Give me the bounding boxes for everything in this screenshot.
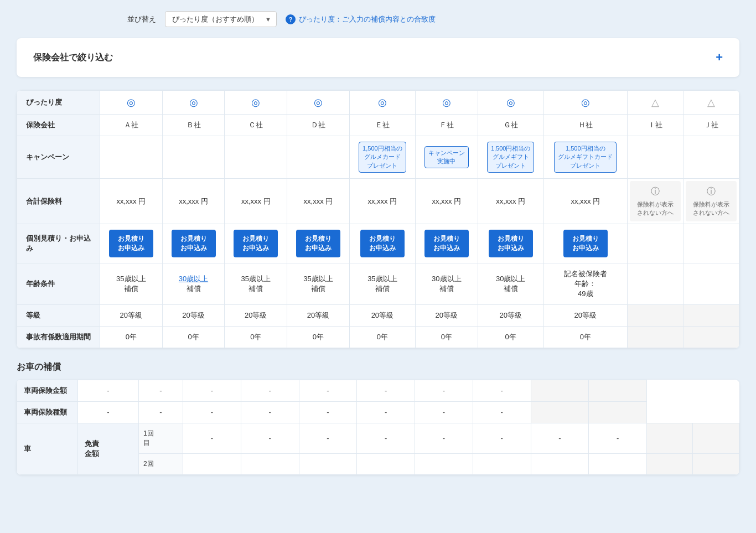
company-name-b: Ｂ社	[162, 115, 225, 136]
estimate-btn-c[interactable]: お見積り お申込み	[234, 230, 278, 257]
estimate-btn-h[interactable]: お見積り お申込み	[563, 230, 608, 257]
car-cell-9	[589, 380, 647, 401]
age-d: 35歳以上 補償	[287, 263, 350, 304]
estimate-btn-d[interactable]: お見積り お申込み	[296, 230, 340, 257]
filter-plus-button[interactable]: +	[716, 50, 723, 65]
premium-g: xx,xxx 円	[478, 179, 543, 224]
campaign-h: 1,500円相当の グルメギフトカード プレゼント	[543, 136, 627, 179]
deductible-2-cell-5	[473, 453, 531, 474]
premium-unavailable-j: ⓘ保険料が表示 されない方へ	[686, 181, 737, 221]
car-cell-4: -	[299, 380, 357, 401]
company-name-c: Ｃ社	[225, 115, 287, 136]
premium-h: xx,xxx 円	[543, 179, 627, 224]
estimate-btn-f[interactable]: お見積り お申込み	[424, 230, 469, 257]
premium-a: xx,xxx 円	[100, 179, 163, 224]
premium-j: ⓘ保険料が表示 されない方へ	[683, 179, 739, 224]
estimate-cell-b: お見積り お申込み	[162, 224, 225, 263]
age-j	[683, 263, 739, 304]
deductible-1-cell-7: -	[589, 423, 647, 453]
pittari-score-i: △	[627, 91, 683, 115]
company-name-g: Ｇ社	[478, 115, 543, 136]
accident-b: 0年	[162, 326, 225, 348]
pittari-row: ぴったり度◎◎◎◎◎◎◎◎△△	[17, 91, 739, 115]
deductible-1-cell-2: -	[299, 423, 357, 453]
deductible-2-cell-8	[647, 453, 693, 474]
campaign-a	[100, 136, 163, 179]
deductible-1-cell-5: -	[473, 423, 531, 453]
car-cell-8	[531, 401, 589, 423]
premium-header: 合計保険料	[17, 179, 100, 224]
car-cell-6: -	[415, 380, 473, 401]
pittari-hint: ? ぴったり度：ご入力の補償内容との合致度	[286, 14, 436, 24]
campaign-badge-f: キャンペーン 実施中	[424, 146, 469, 169]
accident-c: 0年	[225, 326, 287, 348]
premium-row: 合計保険料xx,xxx 円xx,xxx 円xx,xxx 円xx,xxx 円xx,…	[17, 179, 739, 224]
premium-i: ⓘ保険料が表示 されない方へ	[627, 179, 683, 224]
campaign-j	[683, 136, 739, 179]
car-cell-3: -	[241, 401, 299, 423]
deductible-1-cell-0: -	[183, 423, 241, 453]
car-row-label: 車両保険金額	[17, 380, 78, 401]
deductible-2-cell-7	[589, 453, 647, 474]
campaign-badge-e: 1,500円相当の グルメカード プレゼント	[359, 142, 406, 173]
comparison-table: ぴったり度◎◎◎◎◎◎◎◎△△保険会社Ａ社Ｂ社Ｃ社Ｄ社Ｅ社Ｆ社Ｇ社Ｈ社Ｉ社Ｊ社キ…	[17, 90, 739, 348]
estimate-btn-b[interactable]: お見積り お申込み	[172, 230, 216, 257]
car-cell-2: -	[183, 401, 241, 423]
grade-c: 20等級	[225, 304, 287, 326]
deductible-sub-label-1: 1回 目	[139, 423, 183, 453]
grade-d: 20等級	[287, 304, 350, 326]
grade-h: 20等級	[543, 304, 627, 326]
pittari-score-h: ◎	[543, 91, 627, 115]
deductible-row-1: 車免責 金額1回 目--------	[17, 423, 739, 453]
car-cell-1: -	[139, 401, 183, 423]
deductible-2-cell-0	[183, 453, 241, 474]
age-g: 30歳以上 補償	[478, 263, 543, 304]
pittari-score-d: ◎	[287, 91, 350, 115]
grade-b: 20等級	[162, 304, 225, 326]
campaign-b	[162, 136, 225, 179]
estimate-cell-c: お見積り お申込み	[225, 224, 287, 263]
deductible-2-cell-3	[357, 453, 415, 474]
campaign-c	[225, 136, 287, 179]
deductible-1-cell-3: -	[357, 423, 415, 453]
estimate-btn-a[interactable]: お見積り お申込み	[109, 230, 153, 257]
car-cell-5: -	[357, 401, 415, 423]
deductible-2-cell-1	[241, 453, 299, 474]
estimate-cell-i	[627, 224, 683, 263]
estimate-cell-d: お見積り お申込み	[287, 224, 350, 263]
car-cell-1: -	[139, 380, 183, 401]
car-cell-7: -	[473, 401, 531, 423]
pittari-header: ぴったり度	[17, 91, 100, 115]
age-link-b[interactable]: 30歳以上	[179, 275, 208, 283]
hint-text: ぴったり度：ご入力の補償内容との合致度	[299, 14, 436, 24]
deductible-label: 免責 金額	[78, 423, 139, 474]
hint-icon: ?	[286, 14, 296, 24]
estimate-btn-g[interactable]: お見積り お申込み	[489, 230, 533, 257]
deductible-1-cell-6: -	[531, 423, 589, 453]
sort-select[interactable]: ぴったり度（おすすめ順）保険料が安い順保険料が高い順	[165, 11, 277, 27]
campaign-i	[627, 136, 683, 179]
age-b: 30歳以上 補償	[162, 263, 225, 304]
deductible-1-cell-1: -	[241, 423, 299, 453]
pittari-score-e: ◎	[349, 91, 415, 115]
estimate-btn-e[interactable]: お見積り お申込み	[360, 230, 405, 257]
campaign-header: キャンペーン	[17, 136, 100, 179]
campaign-badge-h: 1,500円相当の グルメギフトカード プレゼント	[554, 142, 617, 173]
deductible-2-cell-9	[693, 453, 739, 474]
company-name-h: Ｈ社	[543, 115, 627, 136]
estimate-cell-h: お見積り お申込み	[543, 224, 627, 263]
age-h: 記名被保険者 年齢： 49歳	[543, 263, 627, 304]
age-f: 30歳以上 補償	[415, 263, 478, 304]
car-cell-2: -	[183, 380, 241, 401]
premium-c: xx,xxx 円	[225, 179, 287, 224]
estimate-cell-e: お見積り お申込み	[349, 224, 415, 263]
company-name-j: Ｊ社	[683, 115, 739, 136]
company-header: 保険会社	[17, 115, 100, 136]
info-icon-j: ⓘ	[689, 185, 733, 198]
sort-row: 並び替え ぴったり度（おすすめ順）保険料が安い順保険料が高い順 ▼ ? ぴったり…	[17, 11, 739, 27]
premium-f: xx,xxx 円	[415, 179, 478, 224]
grade-e: 20等級	[349, 304, 415, 326]
filter-box: 保険会社で絞り込む +	[17, 38, 739, 77]
premium-b: xx,xxx 円	[162, 179, 225, 224]
vehicle-label: 車	[17, 423, 78, 474]
